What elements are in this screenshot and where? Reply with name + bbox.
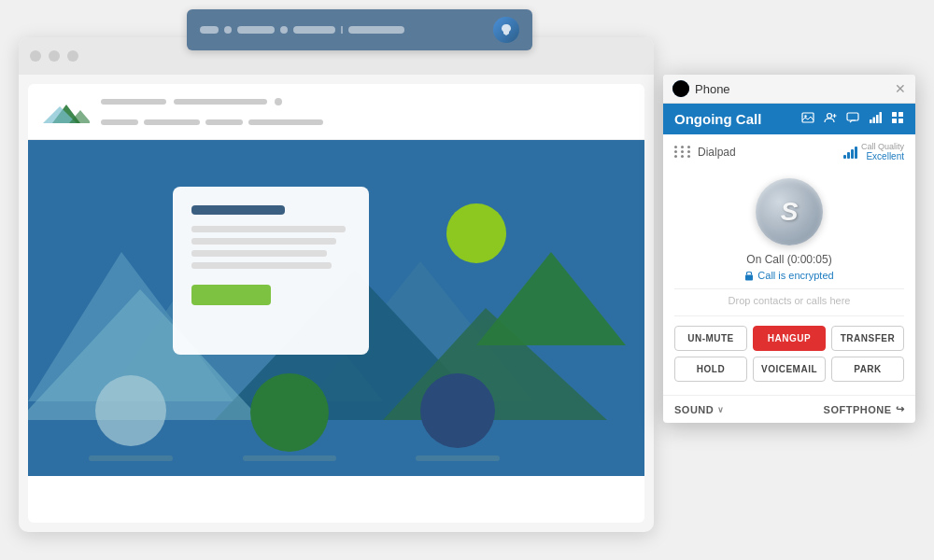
- website-header: [28, 84, 644, 140]
- synacor-logo: [493, 17, 519, 43]
- svg-point-25: [672, 80, 689, 97]
- svg-rect-36: [892, 112, 897, 117]
- ongoing-call-label: Ongoing Call: [674, 111, 761, 127]
- header-nav-lines: [101, 98, 323, 125]
- browser-dot-3: [67, 50, 78, 62]
- addr-area: [237, 26, 275, 34]
- softphone-control[interactable]: SOFTPHONE ↪: [824, 403, 904, 415]
- encrypted-label: Call is encrypted: [757, 270, 833, 281]
- phone-header: Ongoing Call: [663, 104, 915, 134]
- nav-dot: [275, 98, 282, 105]
- signal-icon[interactable]: [869, 111, 882, 127]
- svg-point-11: [446, 203, 506, 263]
- synacor-icon: [499, 22, 514, 37]
- phone-app-title: Phone: [695, 82, 730, 96]
- browser-dot-1: [30, 50, 41, 62]
- lock-icon: [744, 270, 754, 281]
- call-quality-label: Call Quality: [861, 142, 904, 151]
- sound-label-text: SouND: [674, 404, 714, 415]
- call-quality-value: Excellent: [861, 151, 904, 161]
- avatar-letter: S: [781, 197, 799, 227]
- encrypted-text: Call is encrypted: [744, 270, 833, 281]
- avatar: S: [756, 178, 823, 245]
- dialpad-text: Dialpad: [698, 146, 736, 159]
- addr-prefix: [293, 26, 335, 34]
- svg-rect-16: [191, 250, 327, 257]
- unmute-button[interactable]: UN-MUTE: [674, 326, 747, 351]
- browser-mockup: [19, 37, 654, 532]
- svg-rect-35: [880, 112, 883, 123]
- call-buttons-row2: HOLD VOICEMAIL PARK: [674, 357, 904, 382]
- address-bar[interactable]: [187, 9, 532, 50]
- svg-point-20: [250, 373, 329, 452]
- svg-rect-17: [191, 262, 332, 269]
- hero-illustration: [28, 140, 644, 476]
- hold-button[interactable]: HOLD: [674, 357, 747, 382]
- close-button[interactable]: ✕: [895, 81, 906, 96]
- website-hero: [28, 140, 644, 476]
- phone-footer: SouND ∨ SOFTPHONE ↪: [663, 395, 915, 423]
- nav-line-2: [174, 99, 267, 105]
- hangup-button[interactable]: HANGUP: [753, 326, 826, 351]
- softphone-label-text: SOFTPHONE: [824, 404, 892, 415]
- svg-point-28: [828, 114, 832, 119]
- dialpad-row: Dialpad Call Quality Excellent: [674, 142, 904, 161]
- addr-paren-open: [224, 26, 232, 34]
- sound-control[interactable]: SouND ∨: [674, 404, 725, 415]
- dialpad-label[interactable]: Dialpad: [674, 146, 736, 159]
- nav-line-1: [101, 99, 166, 105]
- softphone-icon: ↪: [896, 403, 905, 415]
- svg-rect-22: [89, 455, 173, 461]
- browser-content: [28, 84, 644, 523]
- browser-dot-2: [49, 50, 60, 62]
- svg-rect-33: [873, 118, 876, 124]
- svg-rect-34: [876, 115, 879, 123]
- nav-line-3: [101, 119, 138, 125]
- addr-dash: [341, 26, 343, 34]
- svg-rect-31: [847, 113, 858, 120]
- svg-point-19: [95, 375, 166, 446]
- drop-contacts-zone[interactable]: Drop contacts or calls here: [674, 288, 904, 316]
- svg-rect-14: [191, 226, 346, 232]
- svg-rect-23: [243, 455, 336, 461]
- phone-titlebar: Phone ✕: [663, 75, 915, 104]
- call-quality-text: Call Quality Excellent: [861, 142, 904, 161]
- phone-body: Dialpad Call Quality Excellent S On: [663, 134, 915, 395]
- on-call-text: On Call (0:00:05): [746, 253, 831, 266]
- svg-rect-13: [191, 205, 285, 215]
- svg-rect-32: [870, 119, 872, 123]
- address-text: [200, 26, 484, 34]
- grid-icon[interactable]: [891, 111, 904, 127]
- voicemail-button[interactable]: VOICEMAIL: [753, 357, 826, 382]
- call-quality: Call Quality Excellent: [843, 142, 904, 161]
- svg-rect-15: [191, 238, 336, 245]
- avatar-section: S On Call (0:00:05) Call is encrypted: [674, 169, 904, 288]
- svg-rect-37: [899, 112, 903, 117]
- phone-title-left: Phone: [672, 80, 730, 97]
- svg-point-21: [420, 373, 495, 448]
- phone-app-logo: [672, 80, 689, 97]
- nav-line-5: [205, 119, 243, 125]
- nav-line-4: [144, 119, 200, 125]
- svg-rect-18: [191, 285, 271, 305]
- phone-panel: Phone ✕ Ongoing Call: [663, 75, 915, 423]
- phone-logo-icon: [672, 80, 689, 97]
- transfer-button[interactable]: TRANSFER: [831, 326, 904, 351]
- dialpad-dots-icon: [674, 146, 692, 158]
- nav-line-6: [248, 119, 323, 125]
- image-icon[interactable]: [801, 111, 814, 127]
- park-button[interactable]: PARK: [831, 357, 904, 382]
- addr-number: [348, 26, 404, 34]
- svg-rect-24: [416, 455, 500, 461]
- bars-icon: [843, 146, 857, 159]
- person-add-icon[interactable]: [824, 111, 837, 127]
- svg-rect-40: [745, 275, 753, 281]
- svg-rect-39: [899, 119, 903, 123]
- website-logo: [43, 95, 90, 128]
- svg-point-27: [804, 115, 806, 117]
- phone-header-icons: [801, 111, 904, 127]
- chat-icon[interactable]: [846, 111, 859, 127]
- addr-paren-close: [280, 26, 288, 34]
- chevron-down-icon: ∨: [717, 405, 725, 414]
- svg-rect-38: [892, 119, 897, 123]
